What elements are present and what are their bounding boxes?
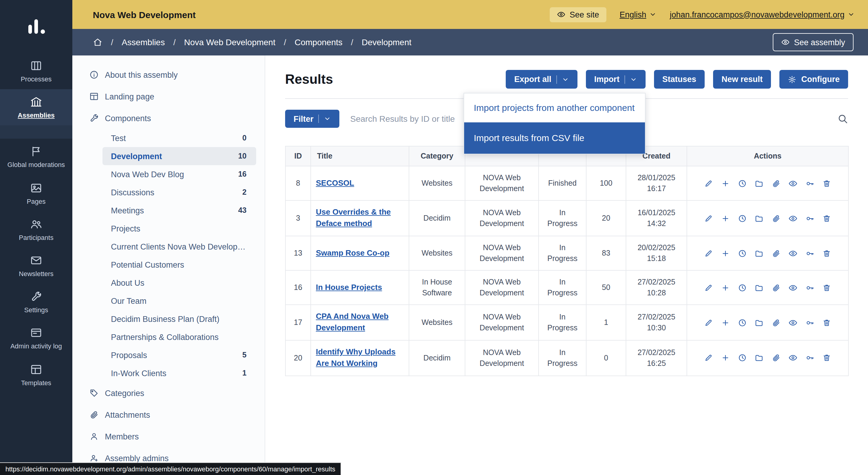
subnav-item-categories[interactable]: Categories	[72, 382, 265, 404]
subnav-item-landing-page[interactable]: Landing page	[72, 86, 265, 107]
edit-action-icon[interactable]	[704, 179, 713, 188]
folder-action-icon[interactable]	[755, 283, 764, 292]
subnav-item-nova-web-dev-blog[interactable]: Nova Web Dev Blog16	[102, 165, 256, 183]
search-icon[interactable]	[837, 113, 848, 124]
subnav-item-test[interactable]: Test0	[102, 129, 256, 147]
breadcrumb-item-components[interactable]: Components	[295, 37, 343, 47]
subnav-item-members[interactable]: Members	[72, 425, 265, 447]
permissions-action-icon[interactable]	[805, 353, 814, 362]
sidebar-item-admin-activity-log[interactable]: Admin activity log	[0, 320, 72, 356]
subnav-item-decidim-business-plan-draft[interactable]: Decidim Business Plan (Draft)	[102, 310, 256, 328]
attachments-action-icon[interactable]	[772, 249, 781, 258]
edit-action-icon[interactable]	[704, 249, 713, 258]
edit-action-icon[interactable]	[704, 353, 713, 362]
edit-action-icon[interactable]	[704, 283, 713, 292]
delete-action-icon[interactable]	[822, 318, 831, 327]
subnav-item-development[interactable]: Development10	[102, 147, 256, 165]
delete-action-icon[interactable]	[822, 283, 831, 292]
sidebar-item-templates[interactable]: Templates	[0, 356, 72, 393]
breadcrumb-item-assemblies[interactable]: Assemblies	[122, 37, 165, 47]
home-icon[interactable]	[93, 37, 102, 47]
subnav-item-about-us[interactable]: About Us	[102, 274, 256, 292]
statuses-button[interactable]: Statuses	[654, 70, 705, 89]
result-title-link[interactable]: Use Overrides & the Deface method	[316, 208, 391, 228]
subnav-item-projects[interactable]: Projects	[102, 219, 256, 238]
see-site-link[interactable]: See site	[550, 7, 607, 22]
attachments-action-icon[interactable]	[772, 353, 781, 362]
add-action-icon[interactable]	[721, 249, 730, 258]
export-all-button[interactable]: Export all	[506, 70, 577, 89]
permissions-action-icon[interactable]	[805, 318, 814, 327]
add-action-icon[interactable]	[721, 214, 730, 223]
sidebar-item-pages[interactable]: Pages	[0, 175, 72, 211]
folder-action-icon[interactable]	[755, 249, 764, 258]
sidebar-item-processes[interactable]: Processes	[0, 53, 72, 89]
subnav-item-partnerships-collaborations[interactable]: Partnerships & Collaborations	[102, 328, 256, 346]
attachments-action-icon[interactable]	[772, 318, 781, 327]
folder-action-icon[interactable]	[755, 214, 764, 223]
filter-button[interactable]: Filter	[285, 110, 339, 128]
attachments-action-icon[interactable]	[772, 214, 781, 223]
permissions-action-icon[interactable]	[805, 249, 814, 258]
import-button[interactable]: Import	[586, 70, 645, 89]
sidebar-item-settings[interactable]: Settings	[0, 284, 72, 320]
see-assembly-button[interactable]: See assembly	[773, 33, 854, 51]
breadcrumb-item-development[interactable]: Development	[362, 37, 411, 47]
attachments-action-icon[interactable]	[772, 283, 781, 292]
preview-action-icon[interactable]	[788, 318, 798, 327]
language-selector[interactable]: English	[620, 10, 657, 19]
subnav-item-attachments[interactable]: Attachments	[72, 404, 265, 425]
history-action-icon[interactable]	[738, 214, 747, 223]
subnav-item-in-work-clients[interactable]: In-Work Clients1	[102, 364, 256, 382]
sidebar-item-newsletters[interactable]: Newsletters	[0, 248, 72, 284]
preview-action-icon[interactable]	[788, 249, 798, 258]
subnav-item-our-team[interactable]: Our Team	[102, 292, 256, 310]
add-action-icon[interactable]	[721, 318, 730, 327]
history-action-icon[interactable]	[738, 283, 747, 292]
history-action-icon[interactable]	[738, 249, 747, 258]
add-action-icon[interactable]	[721, 283, 730, 292]
history-action-icon[interactable]	[738, 318, 747, 327]
result-title-link[interactable]: Swamp Rose Co-op	[316, 248, 390, 257]
subnav-item-potential-customers[interactable]: Potential Customers	[102, 256, 256, 274]
result-title-link[interactable]: CPA And Nova Web Development	[316, 312, 389, 332]
subnav-item-proposals[interactable]: Proposals5	[102, 346, 256, 364]
preview-action-icon[interactable]	[788, 283, 798, 292]
result-title-link[interactable]: Identify Why Uploads Are Not Working	[316, 347, 396, 368]
decidim-logo[interactable]	[0, 0, 72, 53]
folder-action-icon[interactable]	[755, 353, 764, 362]
subnav-item-about-this-assembly[interactable]: About this assembly	[72, 64, 265, 86]
subnav-item-current-clients-nova-web-development[interactable]: Current Clients Nova Web Development	[102, 238, 256, 256]
import-menu-item-import-projects-from-another-component[interactable]: Import projects from another component	[464, 93, 645, 122]
subnav-item-meetings[interactable]: Meetings43	[102, 201, 256, 219]
delete-action-icon[interactable]	[822, 353, 831, 362]
delete-action-icon[interactable]	[822, 179, 831, 188]
delete-action-icon[interactable]	[822, 249, 831, 258]
folder-action-icon[interactable]	[755, 318, 764, 327]
result-title-link[interactable]: In House Projects	[316, 283, 382, 292]
result-title-link[interactable]: SECOSOL	[316, 178, 354, 187]
sidebar-item-global-moderations[interactable]: Global moderations	[0, 139, 72, 175]
new-result-button[interactable]: New result	[713, 70, 771, 89]
import-menu-item-import-results-from-csv-file[interactable]: Import results from CSV file	[464, 122, 645, 154]
folder-action-icon[interactable]	[755, 179, 764, 188]
history-action-icon[interactable]	[738, 179, 747, 188]
sidebar-item-assemblies[interactable]: Assemblies	[0, 89, 72, 125]
subnav-item-discussions[interactable]: Discussions2	[102, 183, 256, 201]
preview-action-icon[interactable]	[788, 179, 798, 188]
attachments-action-icon[interactable]	[772, 179, 781, 188]
add-action-icon[interactable]	[721, 353, 730, 362]
permissions-action-icon[interactable]	[805, 214, 814, 223]
breadcrumb-item-nova-web-development[interactable]: Nova Web Development	[184, 37, 276, 47]
delete-action-icon[interactable]	[822, 214, 831, 223]
subnav-item-components[interactable]: Components	[72, 107, 265, 129]
configure-button[interactable]: Configure	[780, 70, 848, 89]
edit-action-icon[interactable]	[704, 214, 713, 223]
preview-action-icon[interactable]	[788, 214, 798, 223]
user-menu[interactable]: johan.francocampos@novawebdevelopment.or…	[670, 10, 855, 19]
preview-action-icon[interactable]	[788, 353, 798, 362]
add-action-icon[interactable]	[721, 179, 730, 188]
history-action-icon[interactable]	[738, 353, 747, 362]
edit-action-icon[interactable]	[704, 318, 713, 327]
permissions-action-icon[interactable]	[805, 179, 814, 188]
